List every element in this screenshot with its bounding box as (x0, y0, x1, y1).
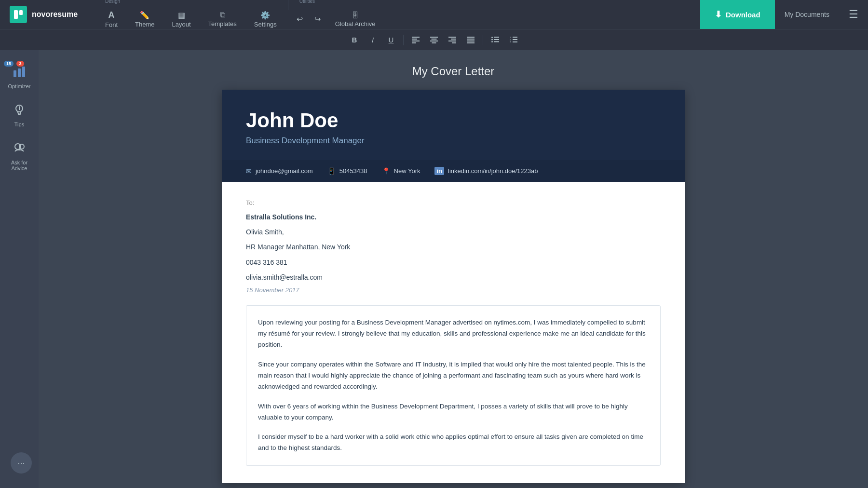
doc-person-name: John Doe (246, 109, 661, 132)
location-icon: 📍 (382, 167, 390, 175)
sidebar-item-optimizer[interactable]: 15 3 Optimizer (3, 60, 36, 94)
sidebar-item-ask-advice[interactable]: Ask forAdvice (3, 137, 36, 176)
phone-value: 50453438 (339, 167, 367, 175)
doc-job-title: Business Development Manager (246, 136, 661, 146)
align-left-button[interactable] (407, 32, 424, 48)
contact-phone: 📱 50453438 (327, 167, 367, 175)
nav-item-global-archive[interactable]: 🗄 Global Archive (326, 5, 384, 34)
svg-rect-23 (494, 41, 499, 42)
logo-area[interactable]: novoresume (0, 0, 96, 29)
paragraph-3: With over 6 years of working within the … (258, 401, 649, 423)
layout-label: Layout (172, 21, 190, 28)
italic-button[interactable]: I (365, 32, 381, 48)
svg-point-22 (491, 41, 493, 42)
format-divider-2 (483, 35, 483, 45)
global-archive-label: Global Archive (335, 20, 376, 27)
justify-button[interactable] (462, 32, 479, 48)
theme-icon: ✏️ (140, 11, 149, 20)
nav-item-undo[interactable]: ↩ (291, 5, 309, 34)
svg-rect-29 (513, 41, 517, 42)
font-label: Font (105, 21, 118, 28)
recipient-phone: 0043 316 381 (246, 257, 661, 269)
recipient-company: Estralla Solutions Inc. (246, 211, 661, 223)
svg-rect-14 (467, 37, 475, 38)
sidebar-item-tips[interactable]: Tips (3, 99, 36, 132)
redo-icon: ↪ (314, 14, 321, 24)
ask-advice-label: Ask forAdvice (11, 160, 27, 171)
nav-item-templates[interactable]: ⧉ Templates (200, 5, 245, 34)
svg-rect-13 (452, 42, 456, 43)
svg-rect-30 (14, 70, 16, 77)
svg-point-18 (491, 37, 493, 38)
ask-advice-icon (13, 142, 26, 157)
download-button[interactable]: ⬇ Download (700, 0, 775, 29)
main-layout: 15 3 Optimizer Tips (0, 50, 868, 488)
utilities-section: Utilities ↩ ↪ 🗄 Global Archive (291, 0, 384, 34)
top-navigation: novoresume Design A Font ✏️ Theme ▦ Layo… (0, 0, 868, 29)
svg-rect-1 (19, 10, 23, 15)
company-name: Estralla Solutions Inc. (246, 213, 316, 221)
design-label: Design (96, 0, 285, 4)
nav-item-layout[interactable]: ▦ Layout (163, 5, 199, 34)
svg-rect-27 (513, 39, 517, 40)
left-sidebar: 15 3 Optimizer Tips (0, 50, 39, 488)
nav-item-settings[interactable]: ⚙️ Settings (245, 5, 285, 34)
settings-icon: ⚙️ (260, 11, 270, 20)
svg-rect-19 (494, 37, 499, 38)
svg-rect-12 (448, 41, 456, 41)
underline-button[interactable]: U (383, 32, 399, 48)
chat-bubble-button[interactable]: ··· (11, 452, 32, 474)
recipient-contact-name: Olivia Smith, (246, 226, 661, 238)
hamburger-button[interactable]: ☰ (839, 0, 868, 29)
cover-letter-document: John Doe Business Development Manager ✉ … (222, 90, 685, 483)
contact-location: 📍 New York (382, 167, 420, 175)
font-icon: A (108, 10, 115, 20)
contact-linkedin: in linkedin.com/in/john.doe/1223ab (434, 167, 538, 175)
utilities-label: Utilities (291, 0, 384, 4)
paragraph-2: Since your company operates within the S… (258, 359, 649, 393)
download-icon: ⬇ (715, 9, 722, 20)
recipient-contact-title: HR Manager Manhattan, New York (246, 241, 661, 253)
align-center-button[interactable] (426, 32, 442, 48)
linkedin-value: linkedin.com/in/john.doe/1223ab (448, 167, 538, 175)
svg-rect-34 (18, 114, 21, 115)
svg-rect-9 (432, 42, 436, 43)
bullet-list-button[interactable] (487, 32, 503, 48)
letter-content-box[interactable]: Upon reviewing your posting for a Busine… (246, 305, 661, 466)
nav-item-font[interactable]: A Font (96, 5, 126, 34)
email-icon: ✉ (246, 167, 252, 175)
my-documents-button[interactable]: My Documents (775, 0, 839, 29)
svg-rect-6 (430, 37, 438, 38)
svg-rect-3 (412, 39, 417, 40)
nav-item-redo[interactable]: ↪ (309, 5, 326, 34)
bold-button[interactable]: B (346, 32, 363, 48)
contact-email: ✉ johndoe@gmail.com (246, 167, 313, 175)
svg-rect-8 (430, 41, 438, 41)
design-items: A Font ✏️ Theme ▦ Layout ⧉ Templates ⚙️ (96, 5, 285, 34)
svg-rect-25 (513, 37, 517, 38)
numbered-list-button[interactable]: 1.2.3. (505, 32, 522, 48)
utilities-items: ↩ ↪ 🗄 Global Archive (291, 5, 384, 34)
svg-rect-11 (451, 39, 456, 40)
tips-icon (13, 104, 26, 119)
svg-rect-5 (412, 42, 416, 43)
svg-point-20 (491, 39, 493, 40)
linkedin-icon: in (434, 167, 444, 175)
doc-body: To: Estralla Solutions Inc. Olivia Smith… (222, 182, 685, 483)
chat-icon: ··· (17, 458, 25, 468)
align-right-button[interactable] (444, 32, 461, 48)
svg-rect-16 (467, 41, 475, 41)
recipient-email: olivia.smith@estralla.com (246, 271, 661, 284)
format-divider-1 (403, 35, 404, 45)
optimizer-badge-3: 3 (16, 61, 24, 67)
svg-point-36 (19, 106, 20, 107)
svg-rect-21 (494, 39, 499, 40)
nav-item-theme[interactable]: ✏️ Theme (126, 5, 163, 34)
paragraph-4: I consider myself to be a hard worker wi… (258, 432, 649, 454)
svg-rect-0 (14, 10, 18, 19)
nav-divider-1 (288, 0, 288, 10)
download-label: Download (726, 11, 760, 19)
svg-rect-15 (467, 39, 475, 40)
design-section: Design A Font ✏️ Theme ▦ Layout ⧉ Templa… (96, 0, 285, 34)
svg-point-38 (19, 144, 24, 149)
